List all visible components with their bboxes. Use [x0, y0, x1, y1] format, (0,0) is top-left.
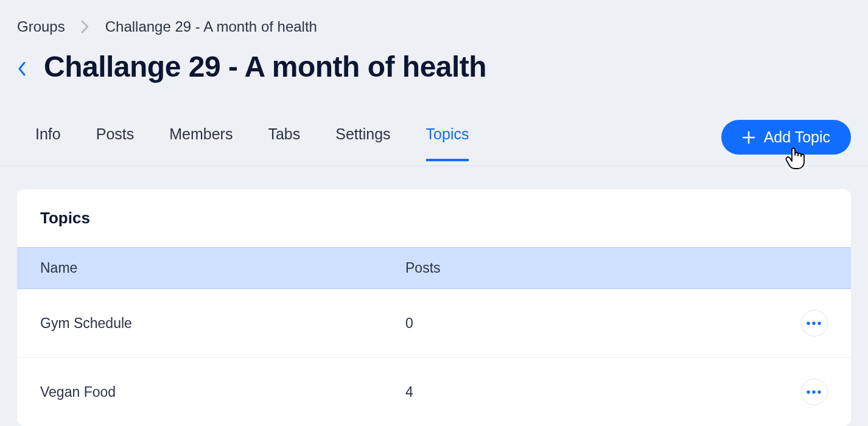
tab-topics[interactable]: Topics — [426, 125, 469, 161]
add-topic-button[interactable]: Add Topic — [721, 120, 851, 155]
page-title: Challange 29 - A month of health — [44, 50, 486, 83]
more-button[interactable]: ••• — [801, 379, 828, 405]
dots-horizontal-icon: ••• — [806, 385, 822, 399]
back-button[interactable] — [17, 57, 27, 77]
tab-tabs[interactable]: Tabs — [268, 125, 300, 161]
chevron-right-icon — [81, 20, 89, 33]
tab-settings[interactable]: Settings — [335, 125, 390, 161]
topic-posts: 0 — [405, 315, 791, 332]
breadcrumb-current: Challange 29 - A month of health — [105, 18, 317, 35]
tabs: Info Posts Members Tabs Settings Topics — [17, 125, 469, 161]
column-header-posts: Posts — [405, 260, 791, 276]
add-topic-label: Add Topic — [764, 128, 830, 146]
tab-info[interactable]: Info — [35, 125, 61, 161]
chevron-left-icon — [17, 61, 27, 77]
topic-name: Vegan Food — [40, 384, 405, 400]
breadcrumb: Groups Challange 29 - A month of health — [0, 0, 868, 35]
dots-horizontal-icon: ••• — [806, 316, 822, 330]
panel-title: Topics — [17, 189, 851, 247]
topics-panel: Topics Name Posts Gym Schedule 0 ••• Veg… — [17, 189, 851, 426]
plus-icon — [742, 131, 755, 144]
topic-posts: 4 — [405, 384, 791, 400]
table-row[interactable]: Gym Schedule 0 ••• — [17, 289, 851, 358]
cursor-hand-icon — [785, 147, 805, 173]
column-header-name: Name — [40, 260, 405, 276]
tabs-row: Info Posts Members Tabs Settings Topics … — [0, 83, 868, 166]
topic-name: Gym Schedule — [40, 315, 405, 332]
more-button[interactable]: ••• — [801, 310, 828, 337]
title-row: Challange 29 - A month of health — [0, 35, 868, 83]
tab-members[interactable]: Members — [169, 125, 233, 161]
table-row[interactable]: Vegan Food 4 ••• — [17, 358, 851, 426]
table-header: Name Posts — [17, 247, 851, 289]
tab-posts[interactable]: Posts — [96, 125, 135, 161]
breadcrumb-parent[interactable]: Groups — [17, 18, 65, 35]
